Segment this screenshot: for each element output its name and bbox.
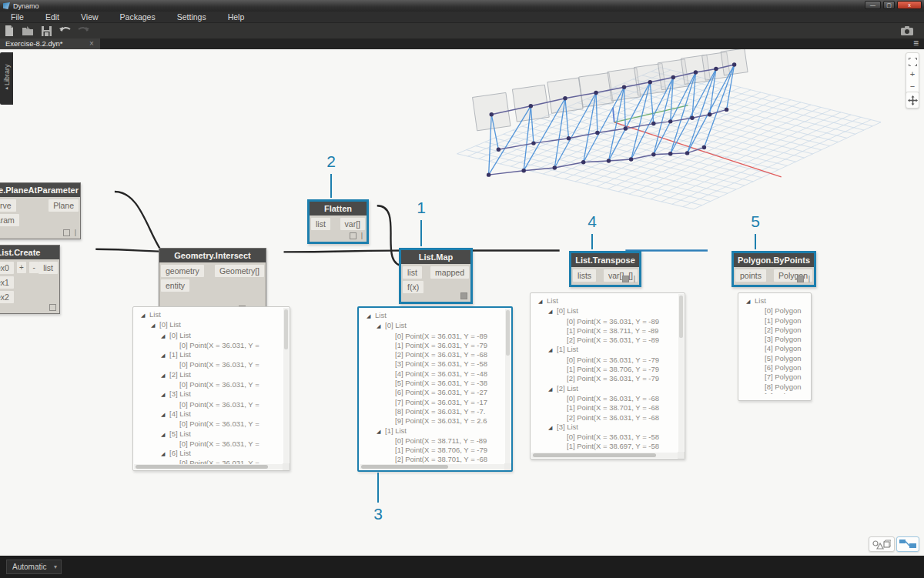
add-input-button[interactable]: + bbox=[17, 262, 26, 273]
polygon-bypoints-input-port[interactable]: points bbox=[735, 269, 766, 282]
save-button[interactable] bbox=[37, 24, 55, 38]
tree-expand-icon[interactable]: ◢ bbox=[141, 311, 149, 320]
tab-exercise[interactable]: Exercise-8.2.dyn* bbox=[0, 38, 100, 49]
horizontal-scrollbar[interactable] bbox=[134, 464, 283, 469]
geometry-intersect-output-port[interactable]: Geometry[] bbox=[215, 265, 264, 277]
horizontal-scrollbar[interactable] bbox=[531, 453, 678, 458]
flatten-node[interactable]: Flattenlistvar[]| bbox=[307, 199, 369, 244]
new-file-button[interactable] bbox=[0, 24, 18, 38]
flatten-input-port[interactable]: list bbox=[311, 218, 330, 230]
graph-view-button[interactable] bbox=[896, 536, 919, 552]
preview-toggle[interactable] bbox=[49, 304, 56, 311]
menu-bar: FileEditViewPackagesSettingsHelp bbox=[0, 12, 924, 23]
list-create-input-port[interactable]: index1 bbox=[0, 276, 14, 289]
tree-expand-icon[interactable]: ◢ bbox=[151, 321, 159, 330]
tab-overflow-menu-icon[interactable]: ≡ bbox=[913, 38, 918, 48]
menu-edit[interactable]: Edit bbox=[35, 12, 70, 23]
tree-expand-icon[interactable]: ◢ bbox=[161, 410, 169, 419]
menu-help[interactable]: Help bbox=[217, 12, 256, 23]
tree-expand-icon[interactable]: ◢ bbox=[161, 449, 169, 459]
tree-line: [1] Point(X = 38.706, Y = -79 bbox=[359, 446, 505, 455]
horizontal-scroll-thumb[interactable] bbox=[361, 465, 448, 469]
run-mode-value: Automatic bbox=[12, 563, 54, 571]
tree-expand-icon[interactable]: ◢ bbox=[377, 322, 385, 331]
minimize-button[interactable]: — bbox=[865, 1, 881, 9]
tree-expand-icon[interactable]: ◢ bbox=[548, 346, 557, 355]
tree-expand-icon[interactable]: ◢ bbox=[548, 423, 557, 433]
preview-toggle[interactable] bbox=[622, 276, 629, 282]
close-button[interactable]: x bbox=[897, 1, 922, 9]
wire-intersect-to-listmap[interactable] bbox=[284, 251, 405, 252]
horizontal-scroll-thumb[interactable] bbox=[533, 453, 656, 457]
tree-expand-icon[interactable]: ◢ bbox=[538, 297, 547, 306]
curve-planeatparameter-node[interactable]: Curve.PlaneAtParametercurvePlaneparam| bbox=[0, 182, 81, 239]
zoom-out-button[interactable]: − bbox=[906, 80, 919, 92]
geometry-intersect-input-port[interactable]: geometry bbox=[161, 265, 204, 277]
curve-planeatparameter-input-port[interactable]: param bbox=[0, 214, 19, 226]
horizontal-scrollbar[interactable] bbox=[360, 464, 504, 469]
list-map-output-port[interactable]: mapped bbox=[430, 266, 469, 279]
redo-button[interactable] bbox=[74, 24, 92, 38]
menu-packages[interactable]: Packages bbox=[109, 12, 166, 23]
zoom-fit-button[interactable] bbox=[906, 55, 919, 68]
pan-button[interactable] bbox=[906, 94, 919, 106]
list-create-input-port[interactable]: index2 bbox=[0, 291, 14, 303]
tree-expand-icon[interactable]: ◢ bbox=[161, 371, 169, 380]
tab-close-icon[interactable]: × bbox=[89, 38, 94, 48]
tree-line: ◢[6] List bbox=[133, 449, 283, 459]
list-transpose-node[interactable]: List.Transposelistsvar[]..[]| bbox=[569, 251, 641, 287]
library-expand-icon: ▸ bbox=[4, 85, 10, 92]
list-transpose-input-port[interactable]: lists bbox=[573, 269, 596, 282]
tree-line: [1] Point(X = 36.031, Y = -79 bbox=[359, 341, 505, 350]
undo-button[interactable] bbox=[55, 24, 74, 38]
preview-toggle[interactable] bbox=[63, 229, 70, 236]
preview-toggle[interactable] bbox=[350, 232, 357, 239]
library-panel-tab[interactable]: ▸ Library bbox=[0, 52, 13, 105]
tree-expand-icon[interactable]: ◢ bbox=[746, 297, 755, 306]
vertical-scrollbar[interactable] bbox=[283, 308, 289, 463]
menu-view[interactable]: View bbox=[70, 12, 109, 23]
vertical-scroll-thumb[interactable] bbox=[506, 310, 510, 356]
menu-settings[interactable]: Settings bbox=[166, 12, 217, 23]
resize-grip[interactable] bbox=[678, 452, 685, 459]
tree-expand-icon[interactable]: ◢ bbox=[377, 427, 385, 436]
resize-grip[interactable] bbox=[504, 463, 511, 470]
list-map-input-port[interactable]: list bbox=[403, 266, 422, 279]
curve-planeatparameter-input-port[interactable]: curve bbox=[0, 199, 16, 212]
camera-snapshot-button[interactable] bbox=[898, 24, 916, 38]
tree-expand-icon[interactable]: ◢ bbox=[161, 390, 169, 399]
list-map-input-port[interactable]: f(x) bbox=[403, 281, 424, 293]
run-mode-dropdown[interactable]: Automatic ▾ bbox=[6, 560, 62, 574]
geometry-intersect-node[interactable]: Geometry.IntersectgeometryGeometry[]enti… bbox=[159, 248, 266, 316]
geometry-intersect-input-port[interactable]: entity bbox=[161, 279, 189, 292]
polygon-bypoints-node[interactable]: Polygon.ByPointspointsPolygon| bbox=[732, 251, 816, 287]
geometry-view-button[interactable] bbox=[869, 536, 895, 552]
preview-toggle[interactable] bbox=[460, 292, 467, 299]
vertical-scroll-thumb[interactable] bbox=[284, 309, 288, 349]
menu-file[interactable]: File bbox=[0, 12, 35, 23]
tree-expand-icon[interactable]: ◢ bbox=[548, 307, 557, 316]
remove-input-button[interactable]: - bbox=[29, 262, 38, 273]
tree-expand-icon[interactable]: ◢ bbox=[161, 332, 169, 341]
tree-expand-icon[interactable]: ◢ bbox=[367, 312, 375, 321]
horizontal-scroll-thumb[interactable] bbox=[136, 465, 268, 469]
flatten-output-port[interactable]: var[] bbox=[340, 218, 365, 230]
tree-line: [2] Point(X = 38.701, Y = -68 bbox=[359, 455, 505, 464]
open-file-button[interactable] bbox=[18, 24, 37, 38]
workspace-canvas[interactable]: ▸ Library Curve.PlaneAtParametercurvePla… bbox=[0, 49, 924, 556]
list-create-output-port[interactable]: list bbox=[38, 262, 58, 274]
preview-toggle[interactable] bbox=[797, 276, 804, 282]
tree-expand-icon[interactable]: ◢ bbox=[548, 385, 557, 394]
tree-expand-icon[interactable]: ◢ bbox=[161, 430, 169, 439]
resize-grip[interactable] bbox=[283, 463, 290, 470]
tree-expand-icon[interactable]: ◢ bbox=[161, 351, 169, 360]
vertical-scroll-thumb[interactable] bbox=[679, 296, 683, 338]
list-create-input-port[interactable]: index0 bbox=[0, 262, 14, 274]
vertical-scrollbar[interactable] bbox=[678, 294, 684, 452]
list-map-node[interactable]: List.Maplistmappedf(x) bbox=[399, 248, 473, 304]
curve-planeatparameter-output-port[interactable]: Plane bbox=[49, 199, 79, 212]
zoom-in-button[interactable]: + bbox=[906, 68, 919, 80]
list-create-node[interactable]: List.Createindex0+-listindex1index2 bbox=[0, 245, 60, 314]
maximize-button[interactable]: ▢ bbox=[883, 1, 895, 9]
vertical-scrollbar[interactable] bbox=[505, 309, 511, 463]
